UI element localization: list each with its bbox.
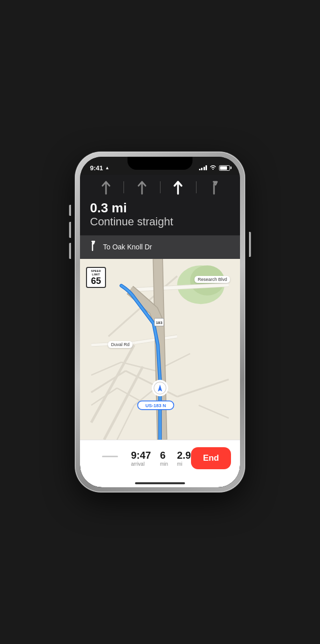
phone-screen: 9:41 ▲ xyxy=(80,157,240,487)
maps-app: 9:41 ▲ xyxy=(80,157,240,487)
signal-icon xyxy=(199,165,208,170)
distance-value: 2.9 xyxy=(177,450,191,461)
eta-section: 9:47 arrival 6 min 2.9 mi xyxy=(131,450,191,467)
pull-handle xyxy=(102,456,118,457)
arrival-time-value: 9:47 xyxy=(131,450,151,461)
home-indicator xyxy=(135,482,185,484)
lane-arrow-3 xyxy=(162,180,194,195)
lane-divider-3 xyxy=(196,181,196,193)
duval-rd-label: Duval Rd xyxy=(108,341,132,348)
next-instruction-text: To Oak Knoll Dr xyxy=(103,243,152,251)
arrival-label: arrival xyxy=(131,461,144,467)
battery-icon xyxy=(219,165,230,171)
status-time: 9:41 ▲ xyxy=(90,164,110,172)
duration-value: 6 xyxy=(160,450,166,461)
distance-label: mi xyxy=(177,461,182,467)
nav-instruction: 0.3 mi Continue straight xyxy=(80,199,240,235)
lane-divider-2 xyxy=(160,181,160,193)
lane-arrow-1 xyxy=(90,180,122,195)
volume-down-button xyxy=(69,243,71,259)
research-blvd-label: Research Blvd xyxy=(194,276,230,283)
end-button[interactable]: End xyxy=(191,447,231,469)
nav-distance: 0.3 mi xyxy=(90,201,230,215)
map-area[interactable]: 183 US-183 N SPEEDLIMIT 65 xyxy=(80,259,240,440)
speed-limit-label: SPEEDLIMIT xyxy=(90,269,102,276)
time-label: 9:41 xyxy=(90,164,103,172)
speed-limit-number: 65 xyxy=(90,276,102,285)
svg-point-0 xyxy=(212,169,214,170)
duration-label: min xyxy=(160,461,168,467)
duration-item: 6 min xyxy=(160,450,168,467)
notch xyxy=(128,157,192,170)
wifi-icon xyxy=(210,165,216,171)
home-indicator-area xyxy=(80,479,240,487)
svg-text:US-183 N: US-183 N xyxy=(146,403,166,408)
power-button xyxy=(249,232,251,257)
speed-limit-sign: SPEEDLIMIT 65 xyxy=(86,267,106,288)
phone-frame: 9:41 ▲ xyxy=(75,152,245,492)
lane-divider-1 xyxy=(124,181,124,193)
silent-switch xyxy=(69,205,71,216)
location-icon: ▲ xyxy=(105,165,110,170)
lane-arrow-2 xyxy=(126,180,158,195)
status-right-icons xyxy=(199,165,230,171)
bottom-panel: 9:47 arrival 6 min 2.9 mi End xyxy=(80,440,240,479)
arrival-time-item: 9:47 arrival xyxy=(131,450,151,467)
next-turn-icon xyxy=(88,240,97,254)
lane-arrow-4 xyxy=(198,180,230,195)
svg-text:183: 183 xyxy=(156,320,163,325)
lane-indicators xyxy=(80,175,240,199)
distance-item: 2.9 mi xyxy=(177,450,191,467)
next-instruction-bar: To Oak Knoll Dr xyxy=(80,235,240,259)
nav-direction: Continue straight xyxy=(90,215,230,228)
volume-up-button xyxy=(69,222,71,238)
